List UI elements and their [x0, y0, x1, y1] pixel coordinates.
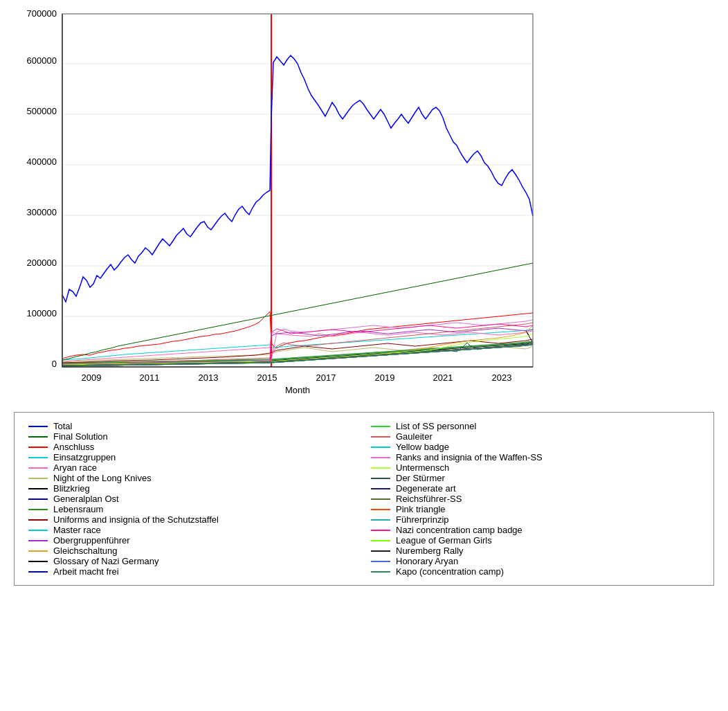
legend-item-oberfuhrer: Obergruppenführer [28, 535, 357, 546]
legend-label-der-sturmer: Der Stürmer [396, 473, 445, 483]
legend-item-night-long-knives: Night of the Long Knives [28, 473, 357, 483]
legend-item-glossary: Glossary of Nazi Germany [28, 556, 357, 566]
y-tick-6: 600000 [27, 55, 57, 66]
legend-label-einsatzgruppen: Einsatzgruppen [53, 452, 116, 462]
legend-label-final-solution: Final Solution [53, 431, 108, 442]
legend-item-pink-triangle: Pink triangle [371, 504, 700, 514]
legend-line-kapo [371, 571, 390, 573]
legend-item-gauleiter: Gauleiter [371, 431, 700, 442]
legend-item-lebensraum: Lebensraum [28, 504, 357, 514]
x-tick-2011: 2011 [140, 372, 160, 383]
legend-item-yellow-badge: Yellow badge [371, 442, 700, 452]
x-tick-2021: 2021 [433, 372, 453, 383]
legend-line-uniforms-schutzstaffel [28, 519, 48, 521]
legend-line-honorary-aryan [371, 561, 390, 562]
legend-line-lebensraum [28, 509, 48, 510]
legend-label-blitzkrieg: Blitzkrieg [53, 483, 90, 494]
legend-line-total [28, 426, 48, 427]
legend-line-arbeit [28, 571, 48, 573]
legend-label-kapo: Kapo (concentration camp) [396, 566, 504, 577]
legend-item-waffen-ss: Ranks and insignia of the Waffen-SS [371, 452, 700, 462]
y-tick-7: 700000 [27, 8, 57, 19]
legend-label-generalplan-ost: Generalplan Ost [53, 494, 119, 504]
legend-label-anschluss: Anschluss [53, 442, 94, 452]
legend-item-generalplan-ost: Generalplan Ost [28, 494, 357, 504]
legend-left-column: Total Final Solution Anschluss Einsatzgr… [28, 421, 357, 577]
legend-line-ss-personnel [371, 426, 390, 427]
legend-label-ss-personnel: List of SS personnel [396, 421, 476, 431]
legend-item-ss-personnel: List of SS personnel [371, 421, 700, 431]
legend-item-untermensch: Untermensch [371, 462, 700, 473]
legend-line-gleichschaltung [28, 550, 48, 552]
y-tick-5: 500000 [27, 106, 57, 116]
x-tick-2009: 2009 [82, 372, 102, 383]
legend-item-der-sturmer: Der Stürmer [371, 473, 700, 483]
legend-label-camp-badge: Nazi concentration camp badge [396, 525, 522, 535]
y-tick-2: 200000 [27, 258, 57, 268]
legend-line-pink-triangle [371, 509, 390, 510]
legend-label-fuhrerprinzip: Führerprinzip [396, 514, 449, 525]
legend-item-master-race: Master race [28, 525, 357, 535]
x-axis-label: Month [285, 385, 310, 395]
legend-label-total: Total [53, 421, 72, 431]
legend-label-arbeit: Arbeit macht frei [53, 566, 119, 577]
legend-line-einsatzgruppen [28, 457, 48, 458]
legend-item-einsatzgruppen: Einsatzgruppen [28, 452, 357, 462]
legend-line-yellow-badge [371, 447, 390, 448]
x-tick-2017: 2017 [316, 372, 336, 383]
legend-item-league-girls: League of German Girls [371, 535, 700, 546]
legend-label-reichsfuhrer: Reichsführer-SS [396, 494, 462, 504]
y-tick-4: 400000 [27, 156, 57, 167]
legend-label-lebensraum: Lebensraum [53, 504, 103, 514]
legend-label-pink-triangle: Pink triangle [396, 504, 446, 514]
legend-label-master-race: Master race [53, 525, 101, 535]
legend-label-waffen-ss: Ranks and insignia of the Waffen-SS [396, 452, 543, 462]
x-tick-2015: 2015 [257, 372, 277, 383]
legend: Total Final Solution Anschluss Einsatzgr… [14, 412, 714, 586]
legend-label-yellow-badge: Yellow badge [396, 442, 449, 452]
legend-item-aryan-race: Aryan race [28, 462, 357, 473]
legend-label-degenerate-art: Degenerate art [396, 483, 456, 494]
y-tick-0: 0 [52, 359, 57, 369]
legend-line-anschluss [28, 447, 48, 448]
legend-label-glossary: Glossary of Nazi Germany [53, 556, 158, 566]
y-tick-1: 100000 [27, 308, 57, 318]
legend-line-glossary [28, 561, 48, 562]
legend-item-anschluss: Anschluss [28, 442, 357, 452]
legend-line-der-sturmer [371, 478, 390, 479]
legend-item-nuremberg: Nuremberg Rally [371, 546, 700, 556]
legend-item-reichsfuhrer: Reichsführer-SS [371, 494, 700, 504]
legend-label-night-long-knives: Night of the Long Knives [53, 473, 152, 483]
main-chart: 0 100000 200000 300000 400000 500000 600… [14, 7, 714, 402]
chart-container: 0 100000 200000 300000 400000 500000 600… [0, 0, 728, 402]
legend-label-gauleiter: Gauleiter [396, 431, 433, 442]
x-tick-2013: 2013 [199, 372, 219, 383]
legend-item-blitzkrieg: Blitzkrieg [28, 483, 357, 494]
legend-line-camp-badge [371, 530, 390, 531]
y-tick-3: 300000 [27, 207, 57, 217]
legend-item-final-solution: Final Solution [28, 431, 357, 442]
legend-line-fuhrerprinzip [371, 519, 390, 521]
legend-line-reichsfuhrer [371, 498, 390, 500]
legend-item-uniforms-schutzstaffel: Uniforms and insignia of the Schutzstaff… [28, 514, 357, 525]
legend-line-nuremberg [371, 550, 390, 552]
legend-item-honorary-aryan: Honorary Aryan [371, 556, 700, 566]
legend-line-final-solution [28, 436, 48, 438]
legend-item-gleichschaltung: Gleichschaltung [28, 546, 357, 556]
svg-rect-0 [62, 14, 533, 367]
legend-line-waffen-ss [371, 457, 390, 458]
x-tick-2023: 2023 [492, 372, 512, 383]
legend-label-aryan-race: Aryan race [53, 462, 97, 473]
legend-line-oberfuhrer [28, 540, 48, 541]
legend-item-fuhrerprinzip: Führerprinzip [371, 514, 700, 525]
legend-line-generalplan-ost [28, 498, 48, 500]
legend-line-aryan-race [28, 467, 48, 469]
legend-item-kapo: Kapo (concentration camp) [371, 566, 700, 577]
legend-item-total: Total [28, 421, 357, 431]
legend-line-degenerate-art [371, 488, 390, 489]
legend-label-untermensch: Untermensch [396, 462, 449, 473]
legend-line-league-girls [371, 540, 390, 541]
legend-line-untermensch [371, 467, 390, 469]
legend-label-nuremberg: Nuremberg Rally [396, 546, 464, 556]
legend-label-uniforms-schutzstaffel: Uniforms and insignia of the Schutzstaff… [53, 514, 219, 525]
